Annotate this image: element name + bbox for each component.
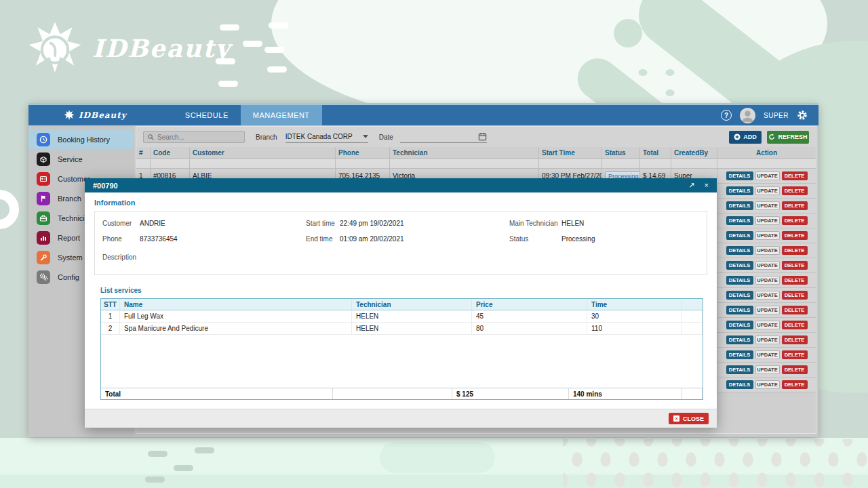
delete-button[interactable]: DELETE [782, 321, 808, 329]
details-button[interactable]: DETAILS [726, 276, 753, 285]
delete-button[interactable]: DELETE [782, 171, 808, 180]
update-button[interactable]: UPDATE [755, 336, 780, 344]
delete-button[interactable]: DELETE [782, 201, 808, 210]
refresh-button-label: REFRESH [778, 134, 807, 140]
delete-button[interactable]: DELETE [782, 276, 808, 285]
update-button[interactable]: UPDATE [755, 276, 780, 285]
details-button[interactable]: DETAILS [726, 186, 753, 195]
details-button[interactable]: DETAILS [726, 291, 753, 300]
plus-circle-icon [734, 134, 741, 140]
delete-button[interactable]: DELETE [782, 306, 808, 314]
start-time-label: Start time [306, 220, 335, 227]
column-header[interactable]: Code [151, 147, 190, 158]
details-button[interactable]: DETAILS [726, 216, 753, 225]
cell-action: DETAILS UPDATE DELETE [717, 273, 816, 287]
details-button[interactable]: DETAILS [726, 350, 753, 359]
decor-mint-blob [380, 442, 495, 473]
column-header[interactable]: Start Time [539, 147, 602, 158]
column-header[interactable]: Technician [390, 147, 539, 158]
details-button[interactable]: DETAILS [726, 365, 753, 374]
cell-action: DETAILS UPDATE DELETE [717, 318, 816, 332]
update-button[interactable]: UPDATE [755, 186, 780, 195]
help-icon[interactable]: ? [721, 110, 732, 121]
update-button[interactable]: UPDATE [755, 306, 780, 314]
gears-icon [37, 270, 50, 284]
table-header: # Code Customer Phone Technician Start T… [136, 147, 816, 159]
details-button[interactable]: DETAILS [726, 246, 753, 255]
refresh-button[interactable]: REFRESH [767, 131, 809, 144]
search-input[interactable] [157, 134, 239, 141]
delete-button[interactable]: DELETE [782, 186, 808, 195]
search-box[interactable] [143, 131, 245, 143]
delete-button[interactable]: DELETE [782, 350, 808, 359]
brand-watermark: IDBeauty [27, 20, 231, 76]
delete-button[interactable]: DELETE [782, 246, 808, 255]
update-button[interactable]: UPDATE [755, 171, 780, 180]
box-icon [37, 152, 50, 166]
delete-button[interactable]: DELETE [782, 261, 808, 270]
details-button[interactable]: DETAILS [726, 321, 753, 329]
date-input[interactable] [400, 131, 487, 143]
update-button[interactable]: UPDATE [755, 291, 780, 300]
update-button[interactable]: UPDATE [755, 321, 780, 329]
end-time-label: End time [306, 235, 332, 243]
update-button[interactable]: UPDATE [755, 380, 780, 389]
decor-dash [195, 447, 214, 453]
tab-management[interactable]: MANAGEMENT [241, 105, 322, 125]
cell-action: DETAILS UPDATE DELETE [717, 303, 816, 317]
delete-button[interactable]: DELETE [782, 216, 808, 225]
add-button[interactable]: ADD [729, 131, 762, 144]
total-price: $ 125 [452, 388, 569, 399]
top-navbar: IDBeauty SCHEDULE MANAGEMENT ? SUPER [28, 105, 818, 125]
modal-footer: × CLOSE [85, 409, 717, 428]
delete-button[interactable]: DELETE [782, 380, 808, 389]
delete-button[interactable]: DELETE [782, 231, 808, 240]
column-header: Price [472, 299, 587, 310]
column-header[interactable]: Status [602, 147, 640, 158]
details-button[interactable]: DETAILS [726, 231, 753, 240]
details-button[interactable]: DETAILS [726, 336, 753, 344]
flag-icon [37, 192, 50, 205]
decor-dash [174, 465, 193, 471]
details-button[interactable]: DETAILS [726, 261, 753, 270]
cell-action: DETAILS UPDATE DELETE [717, 363, 816, 377]
avatar[interactable] [740, 108, 755, 123]
close-icon[interactable]: × [705, 181, 709, 190]
update-button[interactable]: UPDATE [755, 365, 780, 374]
cell-action: DETAILS UPDATE DELETE [717, 199, 816, 213]
services-table: STT Name Technician Price Time 1 Full Le… [100, 298, 703, 400]
details-button[interactable]: DETAILS [726, 306, 753, 314]
column-header[interactable]: Phone [336, 147, 390, 158]
column-header[interactable]: # [136, 147, 151, 158]
details-button[interactable]: DETAILS [726, 171, 753, 180]
details-button[interactable]: DETAILS [726, 201, 753, 210]
sidebar-item-booking-history[interactable]: Booking History [28, 129, 134, 149]
update-button[interactable]: UPDATE [755, 201, 780, 210]
close-button[interactable]: × CLOSE [669, 413, 709, 424]
sidebar-item-label: Booking History [58, 136, 110, 144]
expand-icon[interactable]: ↗ [688, 181, 694, 190]
delete-button[interactable]: DELETE [782, 291, 808, 300]
decor-ring [0, 190, 19, 229]
update-button[interactable]: UPDATE [755, 261, 780, 270]
update-button[interactable]: UPDATE [755, 246, 780, 255]
sidebar-item-label: Report [58, 234, 80, 242]
update-button[interactable]: UPDATE [755, 216, 780, 225]
tab-schedule[interactable]: SCHEDULE [173, 105, 241, 125]
sidebar-item-service[interactable]: Service [28, 149, 134, 169]
delete-button[interactable]: DELETE [782, 365, 808, 374]
user-name[interactable]: SUPER [764, 112, 789, 119]
column-header[interactable]: Action [717, 147, 816, 158]
delete-button[interactable]: DELETE [782, 336, 808, 344]
column-header[interactable]: Customer [190, 147, 336, 158]
update-button[interactable]: UPDATE [755, 231, 780, 240]
column-header[interactable]: Total [640, 147, 671, 158]
details-button[interactable]: DETAILS [726, 380, 753, 389]
gear-icon[interactable] [797, 110, 808, 121]
table-filter-row [136, 159, 816, 169]
customer-label: Customer [102, 220, 132, 227]
branch-select[interactable]: IDTEK Canada CORP [285, 131, 368, 143]
column-header[interactable]: CreatedBy [671, 147, 717, 158]
update-button[interactable]: UPDATE [755, 350, 780, 359]
cell-price: 80 [472, 323, 587, 334]
